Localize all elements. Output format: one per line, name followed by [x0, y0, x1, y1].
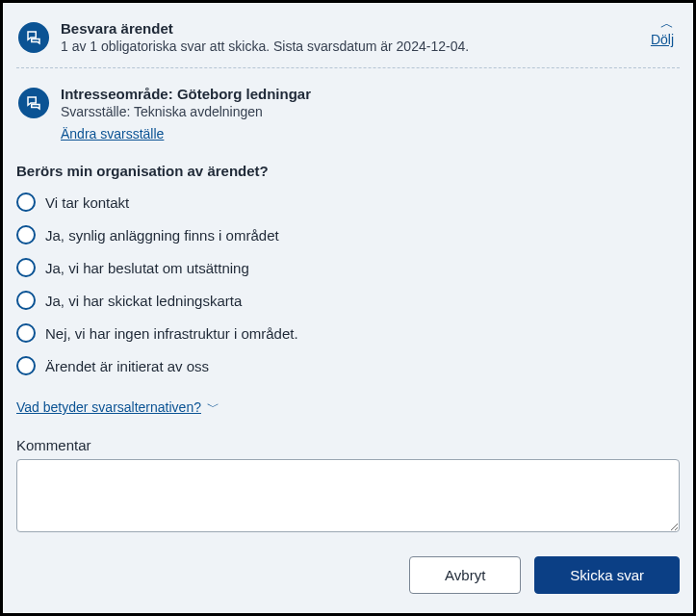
radio-icon — [16, 323, 36, 343]
header-text: Besvara ärendet 1 av 1 obligatoriska sva… — [61, 20, 651, 54]
radio-icon — [16, 225, 36, 244]
chat-icon — [18, 88, 49, 118]
header-subtitle: 1 av 1 obligatoriska svar att skicka. Si… — [61, 38, 651, 54]
submit-button[interactable]: Skicka svar — [534, 556, 680, 594]
radio-option-0[interactable]: Vi tar kontakt — [16, 192, 680, 212]
radio-icon — [16, 258, 36, 277]
help-link-row[interactable]: Vad betyder svarsalternativen? ﹀ — [3, 398, 693, 424]
interest-section: Intresseområde: Göteborg ledningar Svars… — [3, 68, 693, 145]
radio-option-5[interactable]: Ärendet är initierat av oss — [16, 356, 680, 375]
chevron-down-icon: ﹀ — [207, 398, 219, 416]
header: Besvara ärendet 1 av 1 obligatoriska sva… — [3, 3, 693, 67]
radio-option-2[interactable]: Ja, vi har beslutat om utsättning — [16, 258, 680, 277]
interest-subtitle: Svarsställe: Tekniska avdelningen — [61, 104, 674, 119]
radio-option-4[interactable]: Nej, vi har ingen infrastruktur i område… — [16, 323, 680, 343]
chevron-up-icon[interactable]: ︿ — [660, 16, 674, 30]
comment-textarea[interactable] — [16, 459, 680, 532]
chat-icon — [18, 22, 49, 53]
help-link: Vad betyder svarsalternativen? — [16, 399, 201, 415]
radio-icon — [16, 291, 36, 310]
cancel-button[interactable]: Avbryt — [409, 556, 521, 594]
button-row: Avbryt Skicka svar — [3, 535, 693, 607]
radio-label: Ja, synlig anläggning finns i området — [45, 227, 279, 244]
radio-label: Ja, vi har beslutat om utsättning — [45, 260, 249, 276]
radio-option-3[interactable]: Ja, vi har skickat ledningskarta — [16, 291, 680, 310]
interest-title: Intresseområde: Göteborg ledningar — [61, 86, 674, 102]
change-response-point-link[interactable]: Ändra svarsställe — [61, 126, 164, 141]
header-title: Besvara ärendet — [61, 20, 651, 37]
radio-icon — [16, 192, 36, 212]
radio-icon — [16, 356, 36, 375]
radio-option-1[interactable]: Ja, synlig anläggning finns i området — [16, 225, 680, 244]
radio-label: Vi tar kontakt — [45, 194, 129, 211]
question-section: Berörs min organisation av ärendet? Vi t… — [3, 145, 693, 398]
radio-label: Ärendet är initierat av oss — [45, 358, 209, 374]
header-actions: ︿ Dölj — [651, 16, 674, 47]
comment-section: Kommentar — [3, 424, 693, 535]
comment-label: Kommentar — [16, 437, 680, 453]
hide-link[interactable]: Dölj — [651, 32, 674, 47]
radio-label: Ja, vi har skickat ledningskarta — [45, 293, 242, 309]
response-panel: Besvara ärendet 1 av 1 obligatoriska sva… — [0, 0, 696, 616]
radio-label: Nej, vi har ingen infrastruktur i område… — [45, 325, 298, 342]
question-label: Berörs min organisation av ärendet? — [16, 163, 680, 179]
interest-text: Intresseområde: Göteborg ledningar Svars… — [61, 86, 674, 141]
